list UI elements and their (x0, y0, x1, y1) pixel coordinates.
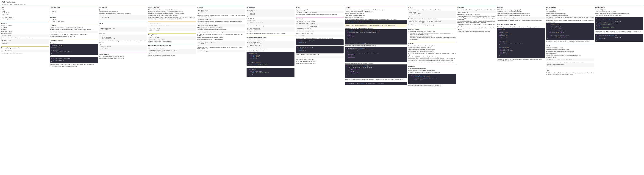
code: countries["US"] (296, 34, 344, 37)
text: Access associated value with myVal.rawVa… (246, 48, 294, 50)
text: Return type is denoted with -> after the… (198, 39, 245, 40)
heading: Dictionaries (296, 18, 344, 20)
heading: Inheritance (457, 7, 496, 8)
code: enum BottleSize: String { case half = "3… (246, 41, 294, 48)
text: If you don't care about the error, we ca… (595, 31, 643, 34)
text: As lean as called many protocols, and th… (497, 13, 545, 14)
code: let middleName: String? (50, 31, 98, 33)
code: for number in stride(from: 0, through: 5… (148, 49, 196, 54)
callout: Returns a Boolean value indicating wheth… (345, 24, 407, 27)
text: You can explicitly remove the need to na… (198, 21, 245, 24)
text: get in respect to get-only this variable… (546, 40, 594, 42)
heading: String concatenation (148, 22, 196, 24)
text: This is a more "swifty" way of passing a… (345, 45, 407, 46)
list-item: Double (64 bit) (2, 12, 49, 14)
text: The condition must evaluate to true or f… (99, 13, 147, 14)
heading: Optionals (50, 25, 98, 26)
column-4: Switch Statements Exhaustive - there mus… (148, 6, 196, 87)
text: Each of the properties need to be given … (408, 18, 456, 20)
text: There is no implicit conversion between … (1, 52, 49, 54)
text: Note - the difference between while and … (99, 40, 147, 43)
code: let sortedMovies = movies.sorted(by: { i… (345, 64, 407, 78)
heading: Extensions (408, 66, 456, 67)
text: Function params are constants and immuta… (198, 37, 245, 38)
text: Convenient to access in a switch stateme… (246, 66, 294, 68)
text: Printing out middleName now would give a… (50, 34, 98, 35)
code: let person = ("Kadi", 30, "awesome") (296, 11, 344, 13)
list-item: Any classes do have a deinit method for … (410, 36, 456, 37)
code: do { let result = try doSomething(url: s… (595, 17, 643, 30)
heading: Tuples (296, 7, 344, 8)
heading: Range Operators (99, 54, 147, 55)
text: Type annotation for this dictionary: (296, 28, 344, 30)
code: for item in items { print(item) } (99, 46, 147, 51)
list-item: Dictionary (52, 10, 98, 12)
heading: Guard (546, 45, 594, 46)
code: if let result = countries["US"] { print(… (296, 39, 344, 46)
text: Type safe, fully compiled (1, 25, 49, 26)
list: Unlike classes, structs cannot inherit f… (408, 31, 456, 40)
text: means we're creating a Cat class which i… (497, 20, 545, 21)
code: doSomething(number: 3) (198, 18, 245, 20)
text: var - variable (1, 27, 49, 28)
column-6: Enumerations enum MediaType { case book … (246, 6, 294, 87)
section-unwrapping: Unwrapping optionals The long way: var o… (50, 39, 98, 68)
code: var optionalInt: Int? optionalInt = 8 if… (50, 44, 98, 55)
heading: Enumerations (246, 7, 294, 8)
heading: Operators (50, 16, 98, 18)
text: Computed properties are a calculation ba… (497, 26, 545, 28)
section-tuples: Tuples A tuple is a grouping of values l… (296, 6, 344, 16)
heading: Functions (198, 7, 245, 8)
section-extensions: Extensions Adding functionality without … (408, 65, 456, 87)
code: extension String { func removeWhitespace… (408, 74, 456, 84)
text: There is no built in error type in swift… (546, 17, 594, 20)
text: Most commonly used as a return type of a… (296, 14, 344, 15)
text: Can have multiple catch blocks for handl… (595, 15, 643, 16)
section-throwing: Throwing Errors There are three parts to… (546, 6, 594, 42)
heading: Defer (546, 70, 594, 72)
heading: Stored vs Computed properties (497, 24, 545, 26)
column-5: Functions func doSomething() { // someth… (198, 6, 245, 87)
text: Closure - a block of code you intend to … (345, 15, 407, 16)
page-subtitle: Docs: XCode → Help → Developer Documenta… (2, 4, 642, 5)
code: var countries: [String: String] (296, 30, 344, 32)
text: Similar (but not identical) to if or els… (546, 47, 594, 48)
text: You can override the methods of the supe… (457, 16, 496, 20)
section-structs-vs-classes: Structs vs Classes Unlike classes, struc… (408, 28, 456, 40)
code: let name: String name = "Kadi" print(nam… (1, 39, 49, 44)
heading: Checking the type of a variable (1, 47, 49, 49)
list-item: Bool (2, 15, 49, 17)
list-item: UInt (unsigned integer) (2, 17, 49, 18)
code: let sortMovies = movies.sorted(by: { (fi… (345, 47, 407, 62)
text: Classes can inherit from other classes, … (457, 9, 496, 10)
text: Variables and constants are not automati… (50, 27, 98, 28)
text: In swift, structs are very similar to cl… (408, 9, 456, 10)
types-list: Int String Double (64 bit) Float (32 bit… (1, 9, 49, 20)
heading: Classes (408, 43, 456, 44)
section-collection-types: Collection Types Array Dictionary Set (50, 6, 98, 14)
text: No mandatory break - we don't need a bre… (148, 13, 196, 14)
text: This could now be called on any string w… (408, 85, 456, 86)
text: 2. Throw it (where and when can it happe… (546, 13, 594, 14)
section-types: Types Int String Double (64 bit) Float (… (1, 6, 49, 20)
code: if let result = try? doSomething(url: se… (595, 34, 643, 42)
text: Can create multiple initialisers as long… (408, 56, 456, 58)
column-11: Protocols Swift is a "Protocol oriented … (497, 6, 545, 87)
list-item: Unlike classes, structs cannot inherit f… (410, 31, 456, 32)
text: You can access the superclass properties… (457, 24, 496, 26)
text: When calling a function with variables, … (198, 15, 245, 18)
column-3: If Statements () are not required {} are… (99, 6, 147, 87)
heading: Throwing Errors (546, 7, 594, 8)
section-if: If Statements () are not required {} are… (99, 6, 147, 20)
column-10: Inheritance Classes can inherit from oth… (457, 6, 496, 87)
column-9: Structs In swift, structs are very simil… (408, 6, 456, 87)
text: This removes the entire key - value pair (296, 59, 344, 60)
list-item: Float (32 bit) (2, 14, 49, 15)
text: Class properties must be initialised unl… (408, 45, 456, 46)
section-loops: Loops While while itemsToProcess > 0 { /… (99, 22, 147, 51)
code: switch itemType { case .movie(let title)… (246, 68, 294, 77)
text: The error will be automatically bound to… (595, 13, 643, 14)
text: 3. Handle it (what are you going to do a… (546, 15, 594, 16)
section-loops-inc: Loops that don't increment one by one Us… (148, 44, 196, 57)
text: The else block must contain something th… (546, 55, 594, 56)
